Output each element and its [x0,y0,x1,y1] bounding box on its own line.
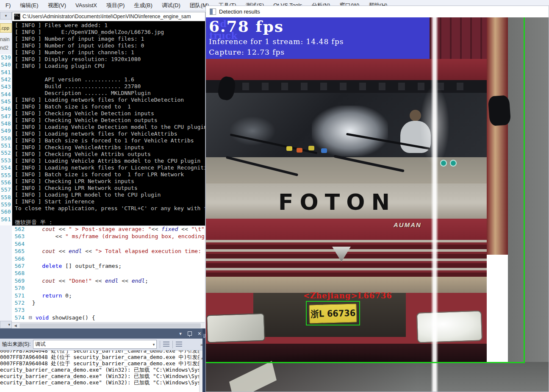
goto-message-icon[interactable] [163,342,169,347]
capture-fps: Capture: 12.73 fps [209,48,285,56]
line-number: 540 [0,61,12,69]
toolbar-dropdown-icon[interactable]: ▾ [0,12,12,19]
scroll-left-icon[interactable]: ◀ [13,323,18,328]
console-log-line: [ INFO ] Start inference [15,198,205,205]
wiper-arm [226,156,298,176]
bumper-upper [206,277,487,293]
dashboard-object [286,146,292,151]
editor-tab-cpp[interactable]: .cpp [0,23,12,33]
console-log-line: [ INFO ] Checking LPR Network outputs [15,185,205,192]
line-number: 558 [0,194,12,201]
editor-horizontal-scrollbar[interactable]: ◀ [12,322,205,329]
console-log-line: [ INFO ] Display resolution: 1920x1080 [15,56,205,63]
output-log-line: 0007FFB7A964048 处(位于 security_barrier_ca… [0,360,205,367]
console-log-line: [ INFO ] Batch size is forced to 1 for L… [15,171,205,178]
console-log-line: [ INFO ] E:/OpenVINO_modelZoo/L66736.jpg [15,29,205,36]
menu-item[interactable]: 视图(V) [43,0,71,11]
license-plate-text: 浙L 66736 [311,307,355,320]
code-line[interactable]: 571 return 0; [12,292,205,300]
line-number: 543 [0,83,12,91]
window-icon [210,8,216,15]
code-line[interactable]: 567 delete [] output_frames; [12,263,205,270]
wiper-arm [333,155,405,172]
dashboard-object [297,148,302,153]
code-editor[interactable]: 562 cout << " > Post-stage average: "<< … [12,226,205,322]
console-title: C:\Users\Administrator\Documents\Intel\O… [22,14,191,19]
license-plate: 浙L 66736 [309,304,357,324]
plate-bounding-box: 浙L 66736 [306,301,360,325]
windshield-sticker [450,160,457,167]
menu-item[interactable]: 项目(P) [102,0,129,11]
output-log-line: 0007FFB7A964048 处(位于 security_barrier_ca… [0,350,205,354]
line-number: 560 [0,209,12,216]
code-line[interactable]: 565 cout << endl << "> Total elapsed exe… [12,248,205,255]
brand-logo-text: FOTON [269,189,405,215]
ide-window: F)编辑(E)视图(V)VAssistX项目(P)生成(B)调试(D)团队(M)… [0,0,549,392]
console-log-line: [ INFO ] Loading network files for Vehic… [15,97,205,103]
line-number: 539 [0,54,12,61]
console-log-line: [ INFO ] Loading network files for Licen… [15,164,205,171]
console-log-line: [ INFO ] Number of input channels: 1 [15,49,205,56]
console-log-line: [ INFO ] Checking Vehicle Attribs output… [15,151,205,158]
menu-item[interactable]: 调试(D) [157,0,185,11]
output-source-label: 输出来源(S): [2,341,30,348]
clear-output-icon[interactable] [176,342,182,347]
code-line[interactable]: 564 [12,241,205,248]
detection-title-bar[interactable]: Detection results [206,6,549,18]
light-streak [431,17,438,392]
code-line[interactable]: 572 } [12,300,205,307]
road-surface [508,17,549,392]
detection-video-frame: FOTON AUMAN < [206,17,549,392]
code-line[interactable]: 562 cout << " > Post-stage average: "<< … [12,226,205,233]
dashboard-object [308,146,314,150]
code-line[interactable]: 570 [12,285,205,292]
auto-hide-pin-icon[interactable] [188,331,192,336]
code-line[interactable]: 573 [12,307,205,314]
menu-item[interactable]: F) [1,0,15,11]
brand-emblem [332,247,351,262]
output-log-area[interactable]: 0007FFB7A964048 处(位于 security_barrier_ca… [0,350,205,392]
model-badge-text: AUMAN [394,221,421,228]
code-line[interactable]: 574⊟ void showUsage() { [12,314,205,322]
console-log-line: [ INFO ] Loading LPR model to the CPU pl… [15,192,205,198]
light-streak-glow [420,85,449,166]
inference-fps: Inference for 1 stream: 14.48 fps [209,37,344,46]
window-fragment-main: nain [0,36,12,43]
headlight-right [416,310,482,343]
line-number: 546 [0,106,12,113]
truck-cargo-edge [487,17,508,255]
stats-overlay: red truck 6.78 fps Inference for 1 strea… [206,17,430,59]
line-number: 551 [0,142,12,150]
line-number: 547 [0,113,12,120]
vehicle-bounding-box-bottom [206,362,525,363]
line-number-gutter: 5395405415425435445455465475485495505515… [0,54,12,225]
output-source-dropdown[interactable]: 调试 ▾ [33,340,157,349]
line-number: 545 [0,98,12,106]
console-log-line: [ INFO ] Loading plugin CPU [15,63,205,70]
console-log-line: [ INFO ] Number of input video files: 0 [15,42,205,49]
chevron-down-icon: ▾ [153,342,155,347]
line-number: 561 [0,216,12,223]
console-window: C:\_ C:\Users\Administrator\Documents\In… [12,12,205,226]
vehicle-bounding-box-right [524,17,525,363]
console-title-bar[interactable]: C:\_ C:\Users\Administrator\Documents\In… [12,12,205,21]
code-line[interactable]: 566 [12,256,205,263]
road-surface [206,362,549,392]
fps-value: 6.78 fps [209,17,284,35]
code-line[interactable]: 569 cout << "Done!" << endl << endl; [12,278,205,285]
menu-item[interactable]: 编辑(E) [15,0,43,11]
truck-grille [206,240,487,277]
menu-item[interactable]: VAssistX [71,0,102,11]
editor-nav-dropdown[interactable]: ▾ [0,321,12,328]
window-position-icon[interactable]: ▾ [179,331,182,336]
scrollbar-thumb[interactable] [19,323,201,328]
console-log-line [15,70,205,76]
menu-item[interactable]: 生成(B) [129,0,157,11]
truck-cab-roof [206,59,487,80]
toolbar-separator [172,341,173,348]
code-line[interactable]: 563 << " ms/frame (drawing bounding box,… [12,233,205,240]
detection-title: Detection results [219,8,260,15]
code-line[interactable]: 568 [12,270,205,277]
driver-head [410,110,421,121]
close-icon[interactable]: × [198,331,201,336]
